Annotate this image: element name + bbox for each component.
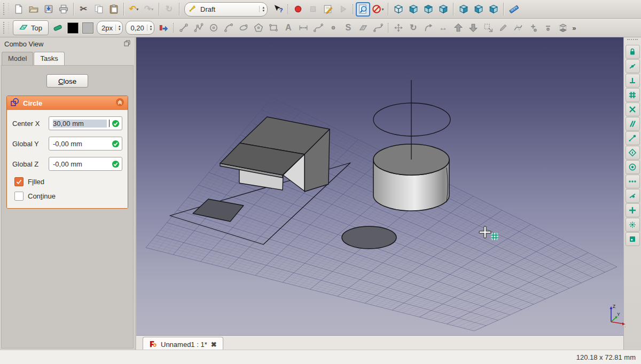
fit-all-button[interactable] <box>356 2 370 17</box>
apply-style-button[interactable] <box>156 21 170 35</box>
toolbar-overflow[interactable]: » <box>572 24 575 32</box>
open-document-button[interactable] <box>26 2 41 17</box>
draft-text-button[interactable]: A <box>281 21 295 35</box>
draft-offset-button[interactable] <box>421 21 435 35</box>
snap-workingplane-button[interactable] <box>626 232 640 246</box>
view-front-button[interactable] <box>406 2 420 17</box>
measure-distance-button[interactable] <box>506 2 521 17</box>
text-scale-spinbox[interactable]: 0,20▴▾ <box>126 21 154 35</box>
macro-record-button[interactable] <box>291 2 305 17</box>
macro-play-button[interactable] <box>335 2 350 17</box>
macro-edit-button[interactable] <box>320 2 335 17</box>
view-rear-button[interactable] <box>456 2 471 17</box>
draft-trimex-button[interactable]: ↔ <box>436 21 450 35</box>
draft-point-button[interactable] <box>326 21 340 35</box>
view-right-button[interactable] <box>436 2 450 17</box>
toolbar-grip[interactable] <box>3 22 9 34</box>
view-left-button[interactable] <box>486 2 501 17</box>
snap-near-button[interactable] <box>626 189 640 203</box>
snap-extension-button[interactable] <box>626 175 640 188</box>
view-isometric-button[interactable] <box>391 2 405 17</box>
view-bottom-button[interactable] <box>471 2 486 17</box>
face-color-swatch[interactable] <box>82 22 93 34</box>
spin-arrows[interactable]: ▴▾ <box>147 25 152 31</box>
undo-button[interactable]: ↶▾ <box>127 2 141 17</box>
line-color-swatch[interactable] <box>67 22 79 34</box>
working-plane-button[interactable]: Top <box>13 20 49 35</box>
line-width-spinbox[interactable]: 2px▴▾ <box>97 21 123 35</box>
snap-midpoint-button[interactable] <box>626 59 640 73</box>
snap-lock-button[interactable] <box>626 45 640 59</box>
snap-center-button[interactable] <box>626 160 640 174</box>
filled-checkbox[interactable] <box>14 177 24 186</box>
draft-ellipse-button[interactable] <box>236 21 251 35</box>
draft-edit-button[interactable] <box>496 21 510 35</box>
draft-circle-button[interactable] <box>206 21 221 35</box>
copy-button[interactable] <box>91 2 106 17</box>
box-solid[interactable] <box>220 117 330 192</box>
draft-shapestring-button[interactable]: S <box>341 21 355 35</box>
cut-button[interactable]: ✂ <box>76 2 91 17</box>
whats-this-button[interactable]: ? <box>270 2 285 17</box>
draft-bezier-button[interactable] <box>371 21 385 35</box>
construction-mode-button[interactable] <box>51 21 65 35</box>
tab-tasks[interactable]: Tasks <box>34 52 64 65</box>
toolbar-grip[interactable] <box>627 39 638 43</box>
save-document-button[interactable] <box>41 2 56 17</box>
refresh-button[interactable]: ↻ <box>162 2 176 17</box>
draft-bspline-button[interactable] <box>311 21 325 35</box>
snap-ortho-button[interactable] <box>626 203 640 217</box>
draft-polygon-button[interactable] <box>251 21 265 35</box>
draft-wire2bspline-button[interactable] <box>511 21 525 35</box>
draw-style-button[interactable]: ▾ <box>371 2 385 17</box>
draft-facebinder-button[interactable] <box>356 21 370 35</box>
snap-angle-button[interactable] <box>626 146 640 160</box>
snap-endpoint-button[interactable] <box>626 131 640 145</box>
collapse-section-icon[interactable] <box>115 98 124 108</box>
dropdown-arrow-icon[interactable]: ▾ <box>136 7 138 12</box>
float-panel-icon[interactable] <box>124 40 130 48</box>
new-document-button[interactable] <box>11 2 26 17</box>
snap-parallel-button[interactable] <box>626 117 640 131</box>
draft-line-button[interactable] <box>176 21 191 35</box>
dropdown-arrow-icon[interactable]: ▾ <box>381 7 384 12</box>
close-tab-icon[interactable]: ✖ <box>211 341 217 349</box>
paste-button[interactable] <box>106 2 121 17</box>
preview-circle-wire[interactable] <box>373 103 450 136</box>
draft-shape2dview-button[interactable] <box>556 21 570 35</box>
snap-intersection-button[interactable] <box>626 102 640 116</box>
snap-special-button[interactable] <box>626 218 640 232</box>
snap-perpendicular-button[interactable] <box>626 74 640 88</box>
draft-wire-button[interactable] <box>191 21 206 35</box>
draft-downgrade-button[interactable] <box>466 21 480 35</box>
draft-delpoint-button[interactable] <box>541 21 555 35</box>
draft-rectangle-button[interactable] <box>266 21 280 35</box>
ground-circle[interactable] <box>342 226 396 249</box>
global-z-input[interactable]: -0,00 mm <box>49 157 122 171</box>
dropdown-arrow-icon[interactable]: ▾ <box>151 7 153 12</box>
close-task-button[interactable]: Close <box>46 74 88 88</box>
tab-model[interactable]: Model <box>2 52 33 65</box>
spin-arrows[interactable]: ▴▾ <box>115 25 121 31</box>
draft-addpoint-button[interactable] <box>526 21 540 35</box>
global-y-input[interactable]: -0,00 mm <box>49 137 122 151</box>
ground-rectangle[interactable] <box>193 199 244 221</box>
draft-dimension-button[interactable] <box>296 21 310 35</box>
draft-scale-button[interactable] <box>481 21 495 35</box>
draft-arc-button[interactable] <box>221 21 236 35</box>
view-top-button[interactable] <box>421 2 435 17</box>
center-x-input[interactable]: 30,00 mm <box>49 116 122 130</box>
draft-rotate-button[interactable]: ↻ <box>406 21 420 35</box>
toolbar-grip[interactable] <box>3 3 9 15</box>
combo-spinner[interactable]: ▴▾ <box>259 6 264 12</box>
workbench-selector[interactable]: Draft▴▾ <box>184 2 268 17</box>
3d-viewport[interactable]: ZYX <box>136 37 623 335</box>
redo-button[interactable]: ↷▾ <box>142 2 156 17</box>
viewport-canvas[interactable]: ZYX <box>136 37 626 335</box>
draft-upgrade-button[interactable] <box>451 21 465 35</box>
continue-checkbox[interactable] <box>14 192 24 201</box>
print-document-button[interactable] <box>56 2 71 17</box>
macro-stop-button[interactable] <box>306 2 320 17</box>
snap-grid-button[interactable] <box>626 88 640 102</box>
draft-move-button[interactable] <box>391 21 405 35</box>
